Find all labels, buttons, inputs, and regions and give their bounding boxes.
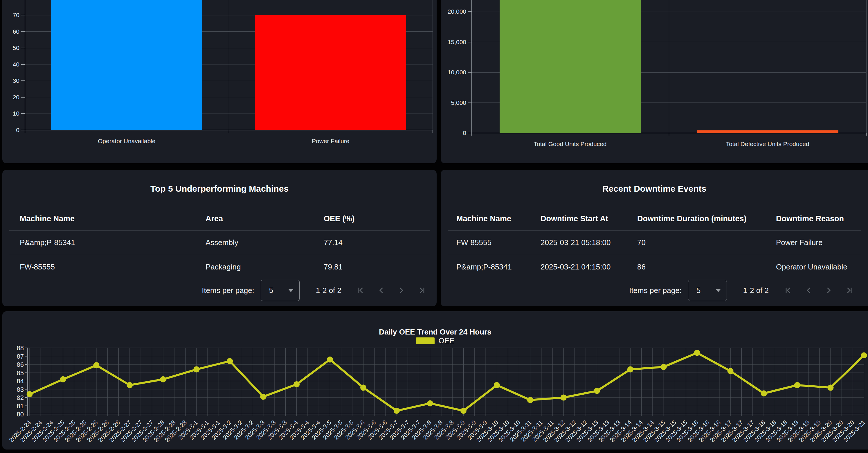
y-tick-label: 83 (17, 386, 24, 393)
gridline (433, 0, 433, 130)
y-tick-mark (21, 97, 25, 97)
y-tick-mark (21, 64, 25, 65)
y-tick-label: 88 (17, 344, 24, 352)
oee-trend-line (30, 353, 864, 411)
bar-operator-unavailable (51, 0, 202, 130)
start-time-cell: 2025-03-21 05:18:00 (540, 238, 611, 247)
first-page-button[interactable] (355, 284, 367, 297)
start-time-cell: 2025-03-21 04:15:00 (540, 263, 611, 272)
column-header: Machine Name (456, 214, 511, 223)
x-tick-mark (669, 133, 669, 135)
last-page-icon (417, 286, 426, 295)
data-point (594, 388, 600, 394)
first-page-button[interactable] (782, 284, 794, 297)
category-label: Power Failure (312, 138, 349, 145)
y-tick-mark (21, 113, 25, 114)
oee-dashboard: 010203040506070Operator UnavailablePower… (0, 0, 868, 453)
underperforming-machines-panel: Top 5 Underperforming Machines Machine N… (2, 170, 437, 306)
y-axis (25, 0, 25, 133)
y-axis (471, 0, 472, 135)
category-label: Total Defective Units Produced (726, 141, 809, 148)
duration-cell: 70 (637, 238, 646, 247)
previous-page-button[interactable] (802, 284, 814, 297)
data-point (127, 382, 133, 388)
data-point (360, 385, 366, 391)
data-point (394, 408, 400, 414)
panel-title: Recent Downtime Events (441, 184, 868, 194)
column-header: Machine Name (20, 214, 74, 223)
reason-cell: Operator Unavailable (776, 263, 847, 272)
y-tick-label: 87 (17, 353, 24, 360)
y-tick-mark (21, 15, 25, 16)
data-point (327, 356, 333, 362)
pagination-controls (782, 284, 855, 297)
data-point (160, 376, 166, 383)
page-range-label: 1-2 of 2 (316, 286, 341, 295)
bar-power-failure (255, 15, 406, 130)
y-tick-mark (468, 11, 471, 12)
data-point (293, 381, 300, 387)
y-tick-label: 82 (17, 394, 24, 401)
last-page-icon (845, 286, 854, 295)
y-tick-label: 0 (441, 129, 466, 137)
data-point (193, 366, 199, 372)
y-tick-label: 85 (17, 369, 24, 376)
panel-title: Top 5 Underperforming Machines (2, 184, 437, 194)
gridline (669, 0, 669, 133)
data-point (761, 390, 767, 396)
y-tick-label: 30 (2, 77, 20, 85)
data-point (861, 352, 867, 358)
first-page-icon (784, 286, 793, 295)
chevron-left-icon (804, 286, 813, 295)
next-page-button[interactable] (395, 284, 408, 297)
y-tick-label: 70 (2, 11, 20, 19)
data-point (27, 391, 33, 397)
area-cell: Assembly (206, 238, 238, 247)
bar-total-defective-units-produced (697, 130, 838, 133)
data-point (60, 376, 66, 383)
last-page-button[interactable] (843, 284, 855, 297)
duration-cell: 86 (637, 263, 646, 272)
y-tick-label: 0 (2, 126, 20, 134)
gridline (866, 0, 867, 133)
last-page-button[interactable] (416, 284, 428, 297)
category-label: Total Good Units Produced (534, 141, 607, 148)
first-page-icon (356, 286, 365, 295)
data-point (93, 362, 99, 368)
data-point (460, 408, 466, 414)
gridline (229, 0, 229, 130)
downtime-by-reason-chart-panel: 010203040506070Operator UnavailablePower… (2, 0, 437, 163)
next-page-button[interactable] (823, 284, 835, 297)
items-per-page-select[interactable]: 5 (261, 280, 300, 301)
y-tick-label: 5,000 (441, 99, 466, 107)
column-header: Downtime Reason (776, 214, 844, 223)
column-header: Area (206, 214, 223, 223)
page-range-label: 1-2 of 2 (743, 286, 769, 295)
data-point (227, 358, 233, 364)
items-per-page-select[interactable]: 5 (688, 280, 727, 301)
x-tick-mark (433, 130, 433, 133)
items-per-page-value: 5 (696, 286, 701, 295)
data-point (694, 350, 700, 356)
x-tick-mark (229, 130, 229, 133)
data-point (828, 385, 834, 391)
machine-name-cell: FW-85555 (456, 238, 492, 247)
chevron-right-icon (825, 286, 833, 295)
row-divider (447, 230, 861, 231)
y-tick-label: 10 (2, 110, 20, 117)
data-point (561, 395, 567, 401)
y-tick-label: 86 (17, 361, 24, 368)
pagination-controls (355, 284, 428, 297)
y-tick-mark (21, 31, 25, 32)
paginator: Items per page: 5 1-2 of 2 (441, 280, 855, 301)
chevron-left-icon (377, 286, 385, 295)
data-point (260, 394, 266, 400)
y-tick-mark (468, 42, 471, 42)
previous-page-button[interactable] (375, 284, 387, 297)
data-point (661, 364, 667, 370)
y-tick-label: 15,000 (441, 38, 466, 46)
data-point (527, 397, 533, 403)
column-header: OEE (%) (324, 214, 355, 223)
y-tick-label: 20,000 (441, 8, 466, 16)
row-divider (9, 279, 430, 279)
